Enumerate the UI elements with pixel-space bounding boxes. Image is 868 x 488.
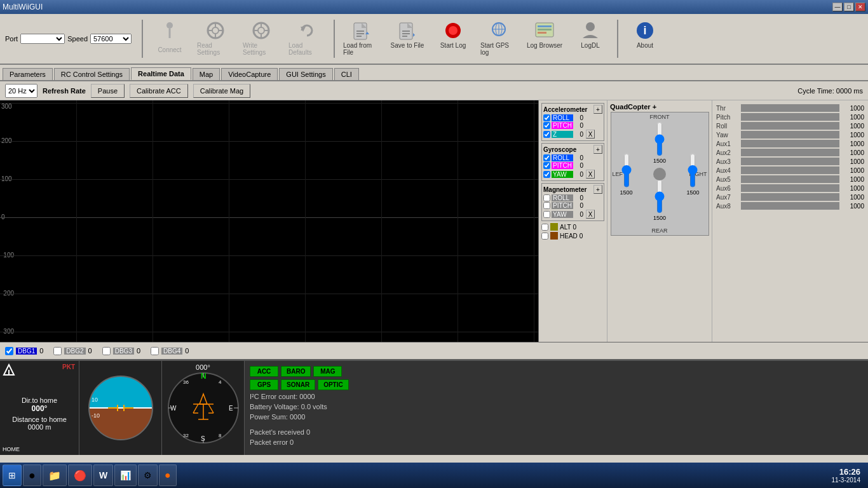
dbg4-checkbox[interactable] — [151, 347, 159, 355]
mag-x-btn[interactable]: X — [586, 210, 595, 219]
write-settings-button[interactable]: Write Settings — [240, 17, 283, 60]
acc-status-btn[interactable]: ACC — [250, 366, 278, 377]
refresh-rate-label: Refresh Rate — [43, 87, 86, 95]
taskbar-app3[interactable]: ⚙ — [138, 464, 158, 486]
tab-gui-settings[interactable]: GUI Settings — [279, 68, 332, 80]
dbg1-checkbox[interactable] — [5, 347, 13, 355]
start-gps-log-button[interactable]: Start GPS log — [477, 17, 520, 60]
rc-aux7-row: Aux7 1000 — [716, 193, 864, 201]
quad-left-slider[interactable] — [620, 152, 633, 187]
alt-color-box — [550, 223, 558, 231]
word-icon: W — [99, 470, 107, 480]
svg-text:i: i — [643, 24, 646, 37]
tab-realtime-data[interactable]: Realtime Data — [131, 67, 191, 80]
window-controls: — □ ✕ — [832, 3, 865, 11]
alt-head-group: ALT 0 HEAD 0 — [541, 223, 604, 240]
tab-rc-control[interactable]: RC Control Settings — [54, 68, 130, 80]
gyro-pitch-row: PITCH 0 — [543, 162, 602, 169]
heading-degrees: 000° — [196, 363, 210, 371]
speed-select[interactable]: 57600 — [90, 34, 132, 44]
maximize-btn[interactable]: □ — [844, 3, 854, 11]
taskbar-explorer[interactable]: 📁 — [43, 464, 67, 486]
load-defaults-button[interactable]: Load Defaults — [285, 17, 329, 60]
pause-button[interactable]: Pause — [91, 84, 125, 98]
start-log-button[interactable]: Start Log — [431, 17, 475, 60]
taskbar-app1[interactable]: 🔴 — [68, 464, 92, 486]
port-select[interactable] — [20, 34, 65, 44]
acc-z-checkbox[interactable] — [543, 131, 550, 138]
magnetometer-plus-btn[interactable]: + — [593, 185, 602, 194]
tab-parameters[interactable]: Parameters — [3, 68, 53, 80]
acc-pitch-value: 0 — [574, 122, 583, 129]
quad-front-slider[interactable] — [653, 121, 666, 156]
taskbar-chrome[interactable]: ● — [23, 464, 41, 486]
rc-aux5-value: 1000 — [842, 176, 864, 183]
mag-roll-checkbox[interactable] — [543, 194, 550, 201]
refresh-rate-select[interactable]: 20 Hz — [5, 84, 37, 98]
gyro-yaw-checkbox[interactable] — [543, 171, 550, 178]
mag-status-btn[interactable]: MAG — [313, 366, 342, 377]
gyro-x-btn[interactable]: X — [586, 170, 595, 179]
gyroscope-plus-btn[interactable]: + — [593, 145, 602, 154]
start-log-icon — [443, 20, 463, 42]
about-button[interactable]: i About — [623, 17, 667, 60]
tab-cli[interactable]: CLI — [334, 68, 359, 80]
tab-map[interactable]: Map — [193, 68, 220, 80]
dbg3-checkbox[interactable] — [102, 347, 111, 355]
heading-indicator-svg: N E S W 36 4 32 8 — [165, 370, 241, 446]
gyro-pitch-checkbox[interactable] — [543, 162, 550, 169]
rc-aux8-value: 1000 — [842, 203, 864, 210]
acc-pitch-checkbox[interactable] — [543, 122, 550, 129]
mag-pitch-checkbox[interactable] — [543, 202, 550, 209]
accelerometer-plus-btn[interactable]: + — [593, 105, 602, 114]
quad-right-slider[interactable] — [686, 152, 699, 187]
load-from-file-button[interactable]: Load from File — [340, 17, 383, 60]
rc-panel: Thr 1000 Pitch 1000 Roll 1000 Yaw 1000 A… — [712, 100, 868, 342]
magnetometer-title: Magnetometer — [543, 186, 587, 193]
connect-button[interactable]: Connect — [148, 17, 191, 60]
rc-yaw-row: Yaw 1000 — [716, 131, 864, 139]
rc-aux4-value: 1000 — [842, 167, 864, 174]
quad-rear-slider[interactable] — [653, 179, 666, 214]
rc-pitch-row: Pitch 1000 — [716, 113, 864, 121]
alt-checkbox[interactable] — [541, 224, 548, 231]
dbg3-value: 0 — [137, 347, 140, 355]
quad-left-slider-area: 1500 — [620, 152, 633, 195]
rc-thr-bar — [741, 104, 839, 112]
calibrate-acc-button[interactable]: Calibrate ACC — [130, 84, 188, 98]
start-log-label: Start Log — [440, 42, 466, 49]
minimize-btn[interactable]: — — [832, 3, 843, 11]
rc-aux1-label: Aux1 — [716, 140, 738, 147]
acc-z-value: 0 — [574, 131, 583, 138]
taskbar-word[interactable]: W — [93, 464, 113, 486]
svg-rect-22 — [402, 30, 410, 32]
optic-status-btn[interactable]: OPTIC — [318, 379, 349, 390]
gps-status-btn[interactable]: GPS — [250, 379, 278, 390]
read-settings-button[interactable]: Read Settings — [194, 17, 237, 60]
save-to-file-button[interactable]: Save to File — [386, 17, 429, 60]
acc-x-btn[interactable]: X — [586, 130, 595, 139]
svg-point-26 — [449, 26, 458, 35]
taskbar-app4[interactable]: ● — [159, 464, 177, 486]
sonar-status-btn[interactable]: SONAR — [281, 379, 315, 390]
tab-video-capture[interactable]: VideoCapture — [221, 68, 278, 80]
baro-status-btn[interactable]: BARO — [281, 366, 311, 377]
head-checkbox[interactable] — [541, 233, 548, 240]
dbg2-checkbox[interactable] — [53, 347, 62, 355]
rc-thr-label: Thr — [716, 105, 738, 112]
mag-pitch-label: PITCH — [552, 202, 573, 209]
dbg1-label: DBG1 — [16, 348, 37, 355]
gyro-roll-checkbox[interactable] — [543, 154, 550, 161]
svg-text:10: 10 — [92, 396, 98, 403]
mag-yaw-checkbox[interactable] — [543, 211, 550, 218]
acc-roll-checkbox[interactable] — [543, 114, 550, 121]
acc-roll-value: 0 — [574, 114, 583, 121]
rc-aux7-bar — [741, 193, 839, 201]
rc-roll-row: Roll 1000 — [716, 122, 864, 130]
calibrate-mag-button[interactable]: Calibrate Mag — [193, 84, 250, 98]
taskbar-app2[interactable]: 📊 — [114, 464, 137, 486]
start-btn[interactable]: ⊞ — [3, 464, 22, 486]
logdl-button[interactable]: LogDL — [569, 17, 612, 60]
log-browser-button[interactable]: Log Browser — [523, 17, 566, 60]
close-btn[interactable]: ✕ — [855, 3, 865, 11]
